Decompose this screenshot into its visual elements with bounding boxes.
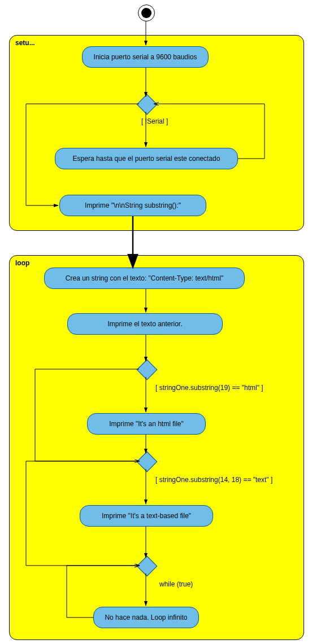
activity-create-string-label: Crea un string con el texto: "Content-Ty…	[66, 274, 223, 282]
activity-loop-infinite: No hace nada. Loop infinito	[93, 607, 199, 628]
activity-print-html-label: Imprime "It's an html file"	[109, 420, 184, 428]
activity-print-text-label: Imprime el texto anterior.	[107, 320, 182, 328]
activity-print-textfile: Imprime "It's a text-based file"	[80, 505, 213, 527]
activity-wait-serial-label: Espera hasta que el puerto serial este c…	[73, 155, 220, 163]
activity-loop-infinite-label: No hace nada. Loop infinito	[105, 614, 187, 621]
guard-not-serial: [ !Serial ]	[141, 117, 168, 125]
activity-print-header-label: Imprime "\n\nString substring():"	[85, 201, 181, 209]
activity-print-header: Imprime "\n\nString substring():"	[59, 195, 206, 216]
activity-wait-serial: Espera hasta que el puerto serial este c…	[55, 148, 238, 169]
activity-init-serial-label: Inicia puerto serial a 9600 baudios	[94, 53, 197, 61]
guard-text: [ stringOne.substring(14, 18) == "text" …	[155, 476, 272, 484]
initial-node	[138, 5, 155, 21]
partition-loop-label: loop	[15, 259, 29, 267]
activity-print-html: Imprime "It's an html file"	[87, 413, 206, 435]
initial-node-dot	[141, 8, 151, 18]
partition-setup-label: setu...	[15, 39, 35, 47]
guard-while-true: while (true)	[159, 580, 193, 588]
activity-create-string: Crea un string con el texto: "Content-Ty…	[44, 268, 245, 289]
activity-init-serial: Inicia puerto serial a 9600 baudios	[82, 46, 209, 68]
guard-html: [ stringOne.substring(19) == "html" ]	[155, 384, 263, 392]
activity-print-textfile-label: Imprime "It's a text-based file"	[102, 512, 191, 520]
activity-print-text: Imprime el texto anterior.	[67, 313, 223, 335]
